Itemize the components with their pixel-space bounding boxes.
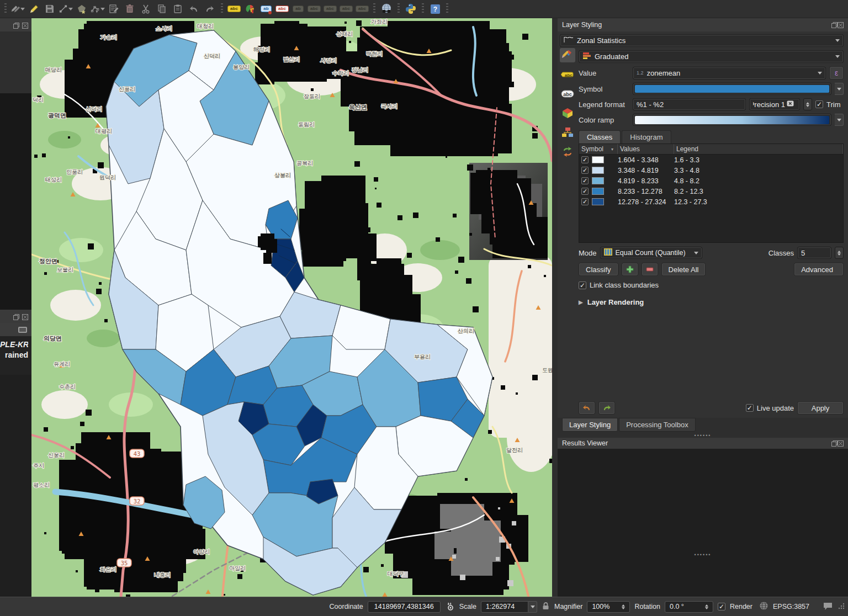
classes-count-stepper[interactable] [835, 247, 844, 259]
mode-combo[interactable]: Equal Count (Quantile) [600, 247, 702, 259]
save-layer-edits-icon[interactable] [43, 2, 57, 16]
layer-selector[interactable]: Zonal Statistics [560, 34, 844, 47]
rotation-input[interactable]: 0.0 ° [665, 601, 713, 613]
rotate-label-icon[interactable]: abc [339, 2, 353, 16]
classify-button[interactable]: Classify [579, 263, 618, 276]
resize-grip[interactable] [838, 602, 845, 611]
clear-icon[interactable] [787, 100, 794, 109]
undo-icon[interactable] [187, 2, 201, 16]
globe-icon[interactable] [759, 601, 768, 612]
add-record-icon[interactable] [75, 2, 89, 16]
digitize-line-icon[interactable] [59, 2, 73, 16]
splitter-handle[interactable]: •••••• [558, 433, 848, 438]
class-row[interactable]: ✓12.278 - 27.32412.3 - 27.3 [579, 197, 843, 207]
layers-panel-toolbar[interactable] [0, 323, 31, 336]
class-visibility-checkbox[interactable]: ✓ [581, 177, 589, 184]
diagrams-icon[interactable] [560, 125, 575, 140]
modify-attributes-icon[interactable] [107, 2, 121, 16]
symbology-icon[interactable] [560, 48, 575, 62]
tab-layer-styling[interactable]: Layer Styling [562, 418, 618, 432]
trim-checkbox[interactable]: ✓ [815, 100, 823, 108]
toolbar-handle[interactable] [4, 3, 7, 14]
delete-all-button[interactable]: Delete All [661, 263, 706, 276]
help-icon[interactable]: ? [428, 2, 442, 16]
render-checkbox[interactable]: ✓ [718, 603, 725, 610]
class-color-swatch[interactable] [592, 177, 604, 184]
color-ramp-dropdown[interactable] [835, 114, 844, 126]
precision-stepper[interactable] [803, 98, 812, 110]
float-panel-icon[interactable] [13, 22, 19, 28]
symbol-dropdown[interactable] [835, 83, 844, 95]
osm-place-search-icon[interactable] [379, 2, 394, 16]
close-panel-icon[interactable] [22, 22, 28, 28]
remove-class-button[interactable] [642, 263, 658, 276]
float-panel-icon[interactable] [831, 440, 838, 447]
class-visibility-checkbox[interactable]: ✓ [581, 156, 589, 163]
chevron-down-icon[interactable] [528, 601, 537, 613]
delete-selected-icon[interactable] [123, 2, 137, 16]
class-row[interactable]: ✓8.233 - 12.2788.2 - 12.3 [579, 186, 843, 197]
tab-histogram[interactable]: Histogram [622, 130, 671, 144]
style-redo-button[interactable] [598, 401, 615, 415]
toolbar-handle[interactable] [221, 3, 223, 14]
lock-icon[interactable] [542, 602, 550, 612]
toolbar-handle[interactable] [373, 3, 375, 14]
crs-status[interactable]: EPSG:3857 [773, 603, 809, 610]
layer-rendering-label[interactable]: Layer Rendering [587, 298, 644, 306]
symbol-preview-button[interactable] [633, 83, 831, 95]
labeling-icon[interactable]: abc [227, 2, 241, 16]
layers-list[interactable]: PLE-KR rained [0, 336, 31, 375]
layer-item[interactable]: rained [0, 350, 28, 360]
add-class-button[interactable] [622, 263, 638, 276]
legend-format-input[interactable]: %1 - %2 [633, 98, 746, 110]
close-panel-icon[interactable] [838, 22, 844, 28]
current-edits-icon[interactable] [10, 2, 25, 16]
labels-icon[interactable]: abc [560, 67, 575, 82]
vertex-tool-icon[interactable] [91, 2, 105, 16]
close-panel-icon[interactable] [838, 440, 844, 447]
cut-features-icon[interactable] [139, 2, 153, 16]
precision-input[interactable]: Precision 1 [749, 98, 800, 110]
copy-features-icon[interactable] [155, 2, 169, 16]
class-row[interactable]: ✓1.604 - 3.3481.6 - 3.3 [579, 155, 843, 165]
classes-table-header[interactable]: Symbol▾ Values Legend [579, 144, 843, 155]
highlight-labels-icon[interactable]: abc [275, 2, 289, 16]
messages-icon[interactable] [823, 602, 833, 612]
class-visibility-checkbox[interactable]: ✓ [581, 188, 589, 195]
class-visibility-checkbox[interactable]: ✓ [581, 167, 589, 174]
advanced-button[interactable]: Advanced [794, 263, 844, 276]
float-panel-icon[interactable] [13, 314, 19, 320]
apply-button[interactable]: Apply [797, 401, 844, 415]
python-console-icon[interactable] [404, 2, 418, 16]
magnifier-input[interactable]: 100% [587, 601, 630, 613]
toggle-editing-icon[interactable] [26, 2, 41, 16]
change-label-icon[interactable]: abc [355, 2, 369, 16]
renderer-selector[interactable]: Graduated [579, 50, 844, 63]
diagram-icon[interactable] [243, 2, 257, 16]
toolbar-handle[interactable] [422, 3, 424, 14]
scale-combo[interactable]: 1:262974 [481, 601, 537, 613]
link-class-boundaries-checkbox[interactable]: ✓ [579, 282, 586, 289]
class-row[interactable]: ✓4.819 - 8.2334.8 - 8.2 [579, 176, 843, 186]
pin-labels-icon[interactable]: ab [259, 2, 273, 16]
3d-view-icon[interactable] [560, 106, 575, 120]
splitter-handle[interactable]: •••••• [558, 552, 848, 557]
close-panel-icon[interactable] [22, 314, 28, 320]
color-ramp-button[interactable] [633, 114, 831, 126]
show-hide-labels-icon[interactable]: abc [307, 2, 321, 16]
class-color-swatch[interactable] [592, 188, 604, 195]
redo-icon[interactable] [203, 2, 217, 16]
expression-builder-button[interactable]: ε [829, 66, 844, 79]
float-panel-icon[interactable] [831, 22, 838, 28]
class-row[interactable]: ✓3.348 - 4.8193.3 - 4.8 [579, 165, 843, 176]
move-label-icon[interactable]: abc [323, 2, 337, 16]
style-undo-button[interactable] [579, 401, 595, 415]
paste-features-icon[interactable] [171, 2, 185, 16]
pin-unpin-labels-icon[interactable]: ab [291, 2, 305, 16]
map-canvas[interactable]: 433235소사리대청리가좌리성재리해정리신덕리발산리사정리백현리봉양리가송리수… [31, 18, 552, 597]
toolbar-handle[interactable] [398, 3, 400, 14]
coordinate-input[interactable]: 14189697,4381346 [368, 601, 441, 613]
class-color-swatch[interactable] [592, 198, 604, 205]
classes-count-input[interactable]: 5 [797, 247, 831, 259]
layer-item[interactable]: PLE-KR [0, 339, 28, 350]
